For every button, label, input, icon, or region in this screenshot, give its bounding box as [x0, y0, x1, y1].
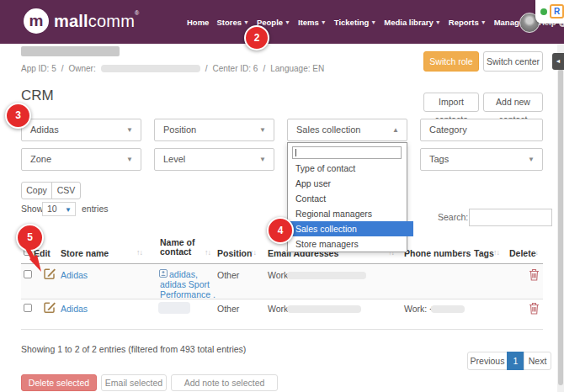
crm-page: m mallcomm® Home Stores▼ People▼ Items▼ … — [0, 0, 564, 392]
annotation-arrow-icon — [23, 246, 45, 273]
dropdown-search-input[interactable] — [292, 146, 402, 159]
column-header-tags[interactable]: Tags — [474, 248, 494, 258]
chevron-down-icon: ▼ — [259, 119, 266, 140]
column-header-position[interactable]: Position — [217, 248, 252, 258]
zone-filter-select[interactable]: Zone▼ — [21, 148, 141, 171]
category-filter-select[interactable]: Category — [420, 119, 543, 141]
sort-icon[interactable]: ↑↓ — [205, 248, 210, 257]
tags-filter-select[interactable]: Tags▼ — [420, 148, 543, 171]
page-title: CRM — [21, 87, 54, 104]
type-of-contact-dropdown: Type of contact App user Contact Regiona… — [287, 142, 407, 252]
page-length-select[interactable]: 10▼ — [42, 202, 76, 216]
chevron-down-icon: ▼ — [243, 19, 249, 25]
nav-item-stores[interactable]: Stores▼ — [216, 18, 249, 27]
chevron-down-icon: ▼ — [285, 19, 290, 25]
dropdown-option[interactable]: App user — [289, 176, 413, 191]
center-id: Center ID: 6 — [213, 64, 258, 73]
table-search-input[interactable] — [469, 209, 552, 226]
breadcrumb-separator: / — [205, 64, 208, 73]
chevron-down-icon: ▼ — [126, 119, 133, 140]
redacted-owner-name — [101, 65, 200, 72]
email-selected-button[interactable]: Email selected — [101, 374, 167, 391]
status-dot-icon — [540, 8, 547, 15]
nav-item-ticketing[interactable]: Ticketing▼ — [334, 18, 376, 27]
pagination-previous[interactable]: Previous — [467, 352, 508, 370]
position-filter-select[interactable]: Position▼ — [154, 119, 274, 141]
csv-button[interactable]: CSV — [51, 182, 81, 199]
chevron-down-icon: ▼ — [126, 149, 133, 170]
dropdown-option-selected[interactable]: Sales collection — [289, 221, 413, 236]
import-contacts-button[interactable]: Import contacts — [423, 93, 479, 112]
annotation-badge-3: 3 — [5, 103, 31, 129]
contact-link[interactable]: adidas, — [169, 269, 198, 279]
redacted-email — [287, 272, 366, 279]
sort-icon[interactable]: ↑↓ — [136, 248, 142, 257]
edit-icon[interactable] — [43, 267, 56, 280]
sort-icon[interactable]: ↑↓ — [460, 248, 466, 257]
dropdown-option[interactable]: Type of contact — [289, 161, 413, 176]
annotation-badge-2: 2 — [244, 25, 269, 50]
contact-link[interactable]: adidas Sport — [160, 279, 210, 289]
show-label: Show — [21, 204, 43, 214]
edit-icon[interactable] — [43, 300, 56, 314]
redacted-contact-name — [158, 302, 190, 314]
owner-label: Owner: — [68, 64, 95, 73]
brand-wordmark[interactable]: mallcomm® — [54, 12, 139, 31]
switch-center-button[interactable]: Switch center — [483, 51, 543, 72]
position-value: Other — [217, 270, 239, 280]
chevron-down-icon: ▼ — [435, 19, 441, 25]
breadcrumb: App ID: 5 / Owner: / Center ID: 6 / Lang… — [21, 64, 324, 73]
table-bottom-divider — [21, 329, 543, 330]
column-header-name-of-contact[interactable]: Name of contact — [160, 238, 204, 257]
sort-icon[interactable]: ↑↓ — [250, 248, 256, 257]
top-nav: m mallcomm® Home Stores▼ People▼ Items▼ … — [0, 0, 564, 44]
store-link[interactable]: Adidas — [61, 304, 88, 314]
sort-icon[interactable]: ↑↓ — [532, 248, 538, 257]
column-header-store-name[interactable]: Store name — [61, 248, 109, 258]
nav-item-people[interactable]: People▼ — [257, 18, 290, 27]
type-of-contact-filter-select[interactable]: Sales collection▲ — [287, 119, 407, 141]
add-new-contact-button[interactable]: Add new contact — [483, 93, 543, 112]
pagination-page-1[interactable]: 1 — [507, 352, 524, 370]
chevron-down-icon: ▼ — [481, 19, 487, 25]
store-filter-select[interactable]: Adidas▼ — [21, 119, 141, 141]
copy-button[interactable]: Copy — [21, 182, 52, 199]
delete-selected-button[interactable]: Delete selected — [21, 374, 97, 391]
store-link[interactable]: Adidas — [61, 270, 88, 280]
level-filter-select[interactable]: Level▼ — [154, 148, 274, 171]
trash-icon[interactable] — [529, 302, 540, 315]
table-info-text: Showing 1 to 2 of 2 entries (filtered fr… — [21, 344, 246, 354]
nav-item-home[interactable]: Home — [187, 18, 209, 27]
sort-icon[interactable]: ↑↓ — [493, 248, 499, 257]
pagination-next[interactable]: Next — [524, 352, 551, 370]
entries-label: entries — [82, 204, 109, 214]
annotation-badge-4: 4 — [267, 217, 294, 244]
contact-card-icon — [159, 269, 168, 278]
dropdown-option[interactable]: Regional managers — [289, 206, 413, 221]
collapse-panel-handle[interactable]: ◄ — [552, 53, 564, 70]
breadcrumb-separator: / — [61, 64, 64, 73]
phone-label: Work: + — [404, 304, 434, 314]
position-value: Other — [217, 304, 239, 314]
chevron-down-icon: ▼ — [321, 19, 327, 25]
nav-item-media-library[interactable]: Media library▼ — [384, 18, 441, 27]
chevron-down-icon: ▼ — [259, 149, 266, 170]
text-cursor — [295, 149, 296, 156]
add-note-button[interactable]: Add note to selected contacts — [171, 374, 278, 391]
row-divider — [21, 299, 543, 299]
trash-icon[interactable] — [529, 268, 540, 281]
dropdown-option[interactable]: Store managers — [289, 236, 413, 252]
chevron-down-icon: ▼ — [528, 149, 535, 170]
nav-item-reports[interactable]: Reports▼ — [449, 18, 487, 27]
mallcomm-logo-icon[interactable]: m — [24, 8, 49, 34]
row-checkbox[interactable] — [24, 304, 32, 312]
breadcrumb-separator: / — [263, 64, 265, 73]
chevron-down-icon: ▼ — [65, 204, 72, 216]
redacted-center-title — [21, 46, 120, 56]
scrollbar-thumb[interactable] — [558, 69, 563, 385]
dropdown-option[interactable]: Contact — [289, 191, 413, 206]
language: Language: EN — [270, 64, 324, 73]
nav-item-items[interactable]: Items▼ — [298, 18, 327, 27]
switch-role-button[interactable]: Switch role — [423, 51, 479, 72]
extension-r-icon[interactable]: R — [550, 4, 564, 19]
